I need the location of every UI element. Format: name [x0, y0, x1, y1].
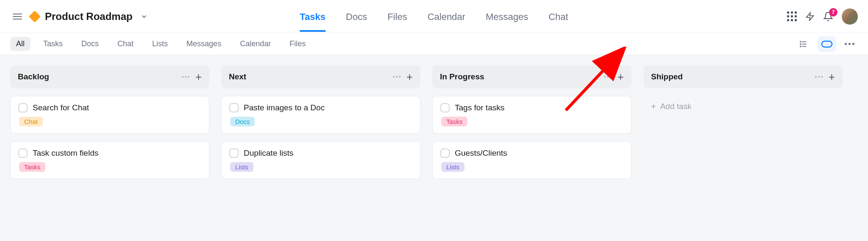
- apps-icon[interactable]: [787, 11, 797, 21]
- filter-all[interactable]: All: [10, 37, 31, 51]
- nav-messages[interactable]: Messages: [486, 2, 528, 31]
- filter-calendar[interactable]: Calendar: [234, 37, 277, 51]
- column-header[interactable]: Next +: [221, 65, 420, 88]
- task-title: Guests/Clients: [455, 149, 507, 158]
- task-checkbox[interactable]: [440, 149, 450, 158]
- nav-calendar[interactable]: Calendar: [428, 2, 465, 31]
- nav-docs[interactable]: Docs: [346, 2, 367, 31]
- column-add-button[interactable]: +: [618, 71, 624, 82]
- task-tag[interactable]: Chat: [19, 117, 43, 126]
- column-header[interactable]: Backlog +: [10, 65, 209, 88]
- plus-icon: +: [651, 102, 656, 111]
- task-card[interactable]: Duplicate lists Lists: [221, 141, 420, 179]
- menu-toggle[interactable]: [10, 11, 25, 22]
- task-checkbox[interactable]: [18, 149, 28, 158]
- automations-icon[interactable]: [805, 12, 815, 21]
- task-title: Task custom fields: [33, 149, 98, 158]
- task-checkbox[interactable]: [229, 103, 239, 112]
- filterbar: All Tasks Docs Chat Lists Messages Calen…: [0, 33, 868, 55]
- column-menu-button[interactable]: [182, 76, 189, 78]
- add-task-button[interactable]: + Add task: [643, 96, 843, 117]
- topbar: Product Roadmap Tasks Docs Files Calenda…: [0, 0, 868, 33]
- column-add-button[interactable]: +: [195, 71, 202, 82]
- column-title: Backlog: [18, 72, 49, 81]
- column-add-button[interactable]: +: [406, 71, 413, 82]
- column-header[interactable]: In Progress +: [432, 65, 632, 88]
- filter-messages[interactable]: Messages: [181, 37, 227, 51]
- task-card[interactable]: Paste images to a Doc Docs: [221, 96, 420, 134]
- svg-marker-0: [807, 12, 814, 20]
- filter-docs[interactable]: Docs: [75, 37, 105, 51]
- task-tag[interactable]: Lists: [441, 162, 465, 172]
- task-card[interactable]: Guests/Clients Lists: [432, 141, 632, 179]
- task-card[interactable]: Search for Chat Chat: [10, 96, 209, 134]
- column-title: In Progress: [440, 72, 484, 81]
- column-shipped: Shipped + + Add task: [643, 65, 843, 231]
- task-tag[interactable]: Tasks: [441, 117, 467, 126]
- column-menu-button[interactable]: [604, 76, 612, 78]
- nav-files[interactable]: Files: [387, 2, 407, 31]
- column-menu-button[interactable]: [815, 76, 823, 78]
- task-tag[interactable]: Tasks: [19, 162, 45, 172]
- project-color-icon: [29, 10, 41, 22]
- task-card[interactable]: Tags for tasks Tasks: [432, 96, 632, 134]
- nav-tasks[interactable]: Tasks: [300, 2, 326, 31]
- notification-badge: 7: [829, 8, 837, 17]
- project-title: Product Roadmap: [45, 11, 133, 22]
- task-title: Duplicate lists: [244, 149, 293, 158]
- filter-files[interactable]: Files: [284, 37, 312, 51]
- filter-lists[interactable]: Lists: [146, 37, 174, 51]
- user-avatar[interactable]: [842, 8, 858, 25]
- task-title: Search for Chat: [33, 103, 89, 112]
- task-title: Tags for tasks: [455, 103, 504, 112]
- task-checkbox[interactable]: [229, 149, 239, 158]
- kanban-board: Backlog + Search for Chat Chat Task cust…: [0, 55, 868, 241]
- task-checkbox[interactable]: [440, 103, 450, 112]
- task-card[interactable]: Task custom fields Tasks: [10, 141, 209, 179]
- filter-chat[interactable]: Chat: [111, 37, 139, 51]
- main-nav: Tasks Docs Files Calendar Messages Chat: [300, 2, 568, 31]
- nav-chat[interactable]: Chat: [548, 2, 568, 31]
- column-next: Next + Paste images to a Doc Docs Duplic…: [221, 65, 420, 231]
- task-checkbox[interactable]: [18, 103, 28, 112]
- notifications-button[interactable]: 7: [823, 11, 833, 22]
- column-title: Next: [229, 72, 246, 81]
- board-view-button[interactable]: [818, 36, 836, 52]
- column-menu-button[interactable]: [393, 76, 401, 78]
- list-view-button[interactable]: [794, 36, 812, 52]
- column-in-progress: In Progress + Tags for tasks Tasks Guest…: [432, 65, 632, 231]
- chevron-down-icon[interactable]: [140, 13, 148, 20]
- task-tag[interactable]: Docs: [230, 117, 255, 126]
- task-title: Paste images to a Doc: [244, 103, 325, 112]
- column-header[interactable]: Shipped +: [643, 65, 843, 88]
- add-task-label: Add task: [660, 102, 692, 111]
- svg-rect-4: [822, 41, 832, 47]
- task-tag[interactable]: Lists: [230, 162, 253, 172]
- column-add-button[interactable]: +: [829, 71, 835, 82]
- column-title: Shipped: [651, 72, 683, 81]
- filter-tasks[interactable]: Tasks: [37, 37, 69, 51]
- column-backlog: Backlog + Search for Chat Chat Task cust…: [10, 65, 209, 231]
- more-options-button[interactable]: [841, 39, 858, 48]
